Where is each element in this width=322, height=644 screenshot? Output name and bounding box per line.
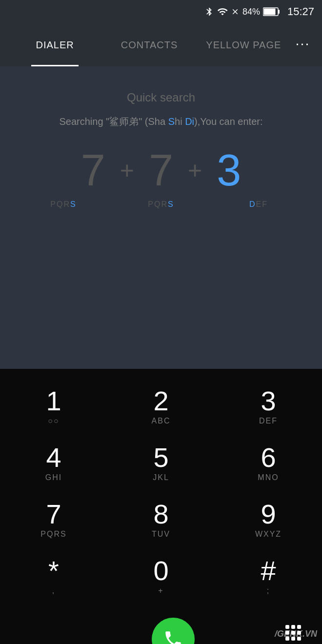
dial-num-2: 2 [153, 387, 168, 415]
letter-group-1: PQRS [41, 200, 85, 209]
hide-dot-2 [291, 625, 295, 629]
num-3: 3 [217, 148, 241, 192]
letter-label-3: DEF [249, 200, 268, 209]
bluetooth-icon [204, 6, 214, 17]
dial-letters-0: + [158, 586, 163, 596]
tab-dialer-underline [31, 65, 79, 66]
dial-key-9[interactable]: 9 WXYZ [215, 492, 322, 548]
more-options-button[interactable]: ⋮ [291, 38, 314, 52]
dial-num-8: 8 [153, 501, 168, 528]
search-hint-hi1: S [168, 116, 175, 127]
status-time: 15:27 [287, 5, 314, 18]
plus-2: + [188, 158, 202, 182]
dial-num-6: 6 [261, 444, 276, 471]
tab-dialer-label: DIALER [36, 40, 74, 51]
dial-num-5: 5 [153, 444, 168, 471]
dialpad: 1 ○○ 2 ABC 3 DEF 4 GHI 5 JKL 6 MNO 7 PQR… [0, 369, 322, 610]
dial-key-hash[interactable]: # ; [215, 548, 322, 605]
number-display: 7 + 7 + 3 [10, 148, 312, 192]
dial-key-5[interactable]: 5 JKL [107, 435, 215, 492]
dial-key-8[interactable]: 8 TUV [107, 492, 215, 548]
dial-letters-6: MNO [258, 473, 279, 483]
action-bar: Hide [0, 610, 322, 644]
dial-letters-3: DEF [259, 417, 278, 426]
dial-letters-star: , [52, 586, 55, 596]
dialpad-row-3: 7 PQRS 8 TUV 9 WXYZ [0, 492, 322, 548]
dial-letters-2: ABC [152, 417, 171, 426]
battery-icon [263, 7, 281, 17]
dial-num-7: 7 [46, 501, 61, 528]
watermark: /GENK.VN [275, 629, 317, 639]
tab-bar: DIALER CONTACTS YELLOW PAGE ⋮ [0, 23, 322, 66]
search-area: Quick search Searching "鲨师弟" (Sha Shi Di… [0, 66, 322, 369]
more-dots-icon: ⋮ [296, 38, 309, 52]
search-hint-hi2: Di [185, 116, 194, 127]
dial-key-3[interactable]: 3 DEF [215, 379, 322, 435]
status-icons: 84% 15:27 [204, 5, 314, 18]
dialpad-row-2: 4 GHI 5 JKL 6 MNO [0, 435, 322, 492]
tab-contacts[interactable]: CONTACTS [102, 23, 196, 66]
dial-num-0: 0 [153, 557, 168, 584]
dialpad-row-4: * , 0 + # ; [0, 548, 322, 605]
dial-letters-hash: ; [267, 586, 270, 596]
svg-rect-2 [263, 9, 275, 15]
tab-contacts-label: CONTACTS [121, 40, 178, 51]
dial-num-star: * [48, 557, 59, 584]
dial-num-3: 3 [261, 387, 276, 415]
dial-letters-5: JKL [153, 473, 169, 483]
dial-letters-7: PQRS [40, 530, 66, 540]
letter-group-3: DEF [237, 200, 281, 209]
quick-search-label: Quick search [10, 91, 312, 104]
letter-row: PQRS PQRS DEF [10, 200, 312, 209]
dial-letters-4: GHI [45, 473, 62, 483]
dial-num-1: 1 [46, 387, 61, 415]
dialpad-row-1: 1 ○○ 2 ABC 3 DEF [0, 379, 322, 435]
num-2: 7 [149, 148, 173, 192]
dial-letters-1: ○○ [48, 417, 59, 426]
letter-s-highlight-2: S [168, 200, 174, 208]
letter-group-2: PQRS [139, 200, 183, 209]
phone-icon [163, 629, 183, 644]
search-hint-before: Searching "鲨师弟" (Sha Shi Di),You can ent… [59, 116, 262, 127]
hide-dot-3 [297, 625, 301, 629]
dial-letters-8: TUV [152, 530, 170, 540]
search-hint: Searching "鲨师弟" (Sha Shi Di),You can ent… [10, 114, 312, 129]
tab-yellow-page-label: YELLOW PAGE [206, 40, 281, 51]
letter-d-highlight: D [249, 200, 256, 208]
letter-label-1: PQRS [50, 200, 76, 209]
dial-num-4: 4 [46, 444, 61, 471]
dial-key-0[interactable]: 0 + [107, 548, 215, 605]
dial-key-star[interactable]: * , [0, 548, 107, 605]
plus-1: + [120, 158, 134, 182]
letter-s-highlight-1: S [70, 200, 77, 208]
dial-num-hash: # [261, 557, 276, 584]
dial-key-2[interactable]: 2 ABC [107, 379, 215, 435]
battery-percent: 84% [242, 7, 260, 17]
dial-key-1[interactable]: 1 ○○ [0, 379, 107, 435]
letter-label-2: PQRS [148, 200, 174, 209]
num-1: 7 [81, 148, 105, 192]
svg-rect-1 [278, 10, 280, 14]
tab-yellow-page[interactable]: YELLOW PAGE [197, 23, 291, 66]
dial-letters-9: WXYZ [255, 530, 282, 540]
status-bar: 84% 15:27 [0, 0, 322, 23]
call-button[interactable] [152, 618, 195, 644]
signal-x-icon [231, 7, 240, 16]
dial-num-9: 9 [261, 501, 276, 528]
dial-key-7[interactable]: 7 PQRS [0, 492, 107, 548]
hide-dot-1 [285, 625, 289, 629]
dial-key-4[interactable]: 4 GHI [0, 435, 107, 492]
tab-dialer[interactable]: DIALER [8, 23, 102, 66]
wifi-icon [217, 6, 228, 17]
dial-key-6[interactable]: 6 MNO [215, 435, 322, 492]
